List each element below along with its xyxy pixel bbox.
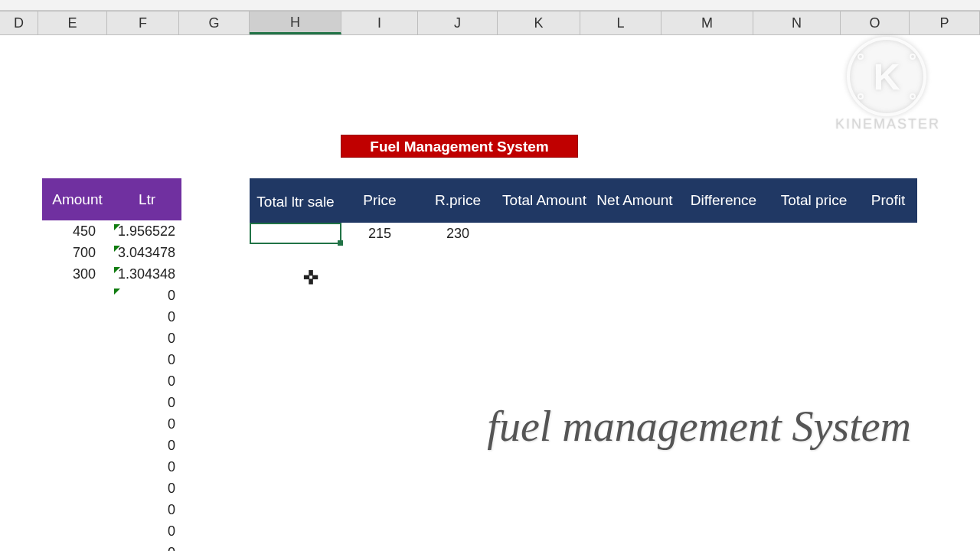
cell-ltr[interactable]: 3.043478 [113, 245, 181, 261]
col-header-e[interactable]: E [38, 11, 107, 34]
cell-amount[interactable]: 450 [42, 223, 113, 240]
header-total-price: Total price [769, 192, 859, 209]
col-header-m[interactable]: M [662, 11, 753, 34]
cell-ltr[interactable]: 1.956522 [113, 223, 181, 240]
col-header-l[interactable]: L [580, 11, 662, 34]
amount-ltr-row[interactable]: 0 [42, 499, 181, 520]
col-header-g[interactable]: G [179, 11, 250, 34]
amount-ltr-row[interactable]: 4501.956522 [42, 220, 181, 242]
header-difference: Difference [678, 192, 769, 209]
script-overlay-text: fuel management System [487, 402, 911, 451]
error-indicator-icon[interactable] [114, 267, 120, 273]
amount-ltr-row[interactable]: 3001.304348 [42, 263, 181, 285]
cell-ltr[interactable]: 0 [113, 309, 181, 325]
col-header-f[interactable]: F [107, 11, 179, 34]
amount-ltr-row[interactable]: 0 [42, 413, 181, 435]
amount-ltr-header-row: Amount Ltr [42, 178, 181, 220]
cell-ltr[interactable]: 0 [113, 523, 181, 540]
error-indicator-icon[interactable] [114, 224, 120, 230]
header-amount: Amount [42, 191, 113, 208]
cell-amount[interactable]: 300 [42, 266, 113, 282]
col-header-k[interactable]: K [498, 11, 580, 34]
cell-ltr[interactable]: 0 [113, 459, 181, 475]
amount-ltr-row[interactable]: 7003.043478 [42, 242, 181, 263]
title-banner: Fuel Management System [341, 135, 578, 158]
cell-ltr[interactable]: 0 [113, 416, 181, 432]
header-price: Price [341, 192, 418, 209]
col-header-h[interactable]: H [250, 11, 341, 34]
col-header-j[interactable]: J [418, 11, 498, 34]
amount-ltr-row[interactable]: 0 [42, 328, 181, 349]
column-header-row: D E F G H I J K L M N O P [0, 11, 980, 35]
watermark-logo-letter: K [874, 56, 900, 98]
col-header-d[interactable]: D [0, 11, 38, 34]
amount-ltr-row[interactable]: 0 [42, 285, 181, 306]
header-net-amount: Net Amount [591, 192, 678, 209]
header-total-amount: Total Amount [498, 192, 591, 209]
amount-ltr-row[interactable]: 0 [42, 349, 181, 370]
cell-ltr[interactable]: 0 [113, 373, 181, 390]
main-data-row[interactable]: 215 230 [250, 223, 917, 244]
watermark-logo: K [847, 37, 926, 116]
cell-ltr[interactable]: 0 [113, 288, 181, 304]
amount-ltr-row[interactable]: 0 [42, 542, 181, 551]
header-r-price: R.price [418, 192, 498, 209]
main-header-row: Total ltr sale Price R.price Total Amoun… [250, 178, 917, 223]
amount-ltr-row[interactable]: 0 [42, 370, 181, 392]
cell-ltr[interactable]: 0 [113, 438, 181, 454]
cell-ltr[interactable]: 0 [113, 502, 181, 518]
cell-amount[interactable]: 700 [42, 245, 113, 261]
watermark-brand: KINEMASTER [835, 116, 940, 132]
header-ltr: Ltr [113, 191, 181, 208]
spreadsheet-grid[interactable]: Fuel Management System Amount Ltr 4501.9… [0, 35, 980, 551]
cell-ltr[interactable]: 1.304348 [113, 266, 181, 282]
error-indicator-icon[interactable] [114, 246, 120, 252]
cell-ltr[interactable]: 0 [113, 545, 181, 552]
cell-cursor-icon: ✜ [303, 267, 318, 289]
col-header-p[interactable]: P [910, 11, 980, 34]
amount-ltr-row[interactable]: 0 [42, 478, 181, 499]
cell-ltr[interactable]: 0 [113, 395, 181, 411]
col-header-o[interactable]: O [841, 11, 910, 34]
amount-ltr-row[interactable]: 0 [42, 456, 181, 478]
col-header-i[interactable]: I [341, 11, 418, 34]
cell-ltr[interactable]: 0 [113, 352, 181, 368]
amount-ltr-row[interactable]: 0 [42, 306, 181, 328]
window-chrome-top [0, 0, 980, 11]
cell-price[interactable]: 215 [341, 226, 418, 242]
header-total-ltr-sale: Total ltr sale [250, 191, 341, 210]
amount-ltr-row[interactable]: 0 [42, 520, 181, 542]
cell-ltr[interactable]: 0 [113, 331, 181, 347]
amount-ltr-row[interactable]: 0 [42, 435, 181, 456]
header-profit: Profit [859, 192, 917, 209]
cell-r-price[interactable]: 230 [418, 226, 498, 242]
amount-ltr-row[interactable]: 0 [42, 392, 181, 413]
error-indicator-icon[interactable] [114, 289, 120, 295]
col-header-n[interactable]: N [753, 11, 841, 34]
amount-ltr-table: Amount Ltr 4501.9565227003.0434783001.30… [42, 178, 181, 551]
main-table: Total ltr sale Price R.price Total Amoun… [250, 178, 917, 244]
cell-ltr[interactable]: 0 [113, 481, 181, 497]
